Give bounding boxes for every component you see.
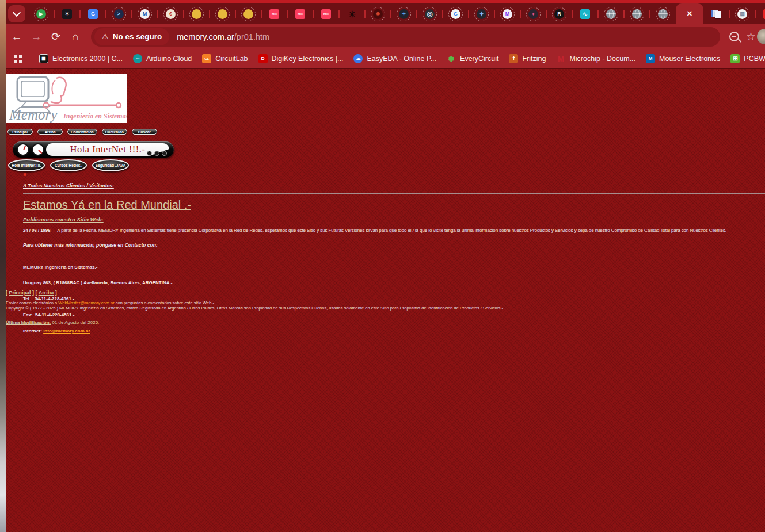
globe-2-favicon xyxy=(632,9,642,19)
tab-play[interactable]: ▶ xyxy=(28,3,54,24)
globe-3-favicon xyxy=(658,9,668,19)
tab-coin-3[interactable]: = xyxy=(235,3,261,24)
horizontal-rule xyxy=(23,193,765,194)
gauge-icon-1 xyxy=(17,143,29,156)
tab-doc-pages[interactable] xyxy=(703,3,729,24)
tab-youtube-partial[interactable]: ▶ xyxy=(755,3,765,24)
tab-m-blue[interactable]: M xyxy=(132,3,158,24)
tab-m-purple[interactable]: M xyxy=(494,3,520,24)
tab-gemini[interactable]: ✦ xyxy=(469,3,494,24)
tab-code[interactable]: > xyxy=(106,3,132,24)
copyright-line: Copyright © ( 1977 - 2025 ) MEMORY Ingen… xyxy=(6,306,503,311)
last-modified-line: Última Modificación: 01 de Agosto del 20… xyxy=(6,320,101,325)
tab-coin-1[interactable]: = xyxy=(184,3,210,24)
contact-email-link[interactable]: Info@memory.com.ar xyxy=(43,328,90,334)
contact-line-address: Uruguay 863, ( B1868BAC ) Avellaneda, Bu… xyxy=(23,280,172,285)
contact-line-fax: Fax: 54-11-4-228-4561.- xyxy=(23,312,172,317)
section-button-hola-internet[interactable]: Hola InterNet !!!. xyxy=(8,159,45,171)
page-headline: Estamos Yá en la Red Mundial .- xyxy=(23,198,191,212)
nav-button-principal[interactable]: Principal xyxy=(7,129,33,135)
section-button-cursos-redes[interactable]: Cursos Redes.. xyxy=(50,159,87,171)
nav-button-buscar[interactable]: Buscar xyxy=(132,129,157,135)
security-chip-label: No es seguro xyxy=(113,32,162,41)
gemini-favicon: ✦ xyxy=(477,9,486,19)
apps-grid-icon[interactable] xyxy=(14,55,22,63)
bookmark-microchip[interactable]: MMicrochip - Docum... xyxy=(556,54,635,63)
desktop-wallpaper-strip xyxy=(0,0,6,532)
tab-search-button[interactable] xyxy=(8,5,25,22)
bookmark-arduino-cloud[interactable]: ∞Arduino Cloud xyxy=(133,54,192,63)
tab-mio-2[interactable]: mío xyxy=(287,3,313,24)
tab-mio-1[interactable]: mío xyxy=(261,3,287,24)
tab-globe-3[interactable] xyxy=(650,3,676,24)
announcement-date: 24 / 06 / 1996 xyxy=(23,228,51,233)
webmaster-email-link[interactable]: WebMaster@memory.com.ar xyxy=(58,300,114,305)
nav-button-comentarios[interactable]: Comentarios xyxy=(67,129,97,135)
bookmark-easyeda[interactable]: ☁EasyEDA - Online P... xyxy=(353,54,436,63)
bracket: ] xyxy=(31,290,35,296)
browser-toolbar: ← → ⟳ ⌂ ⚠ No es seguro memory.com.ar/pr0… xyxy=(6,24,765,49)
doc-circle-favicon: ▤ xyxy=(737,9,747,19)
bookmark-label: Arduino Cloud xyxy=(146,55,192,63)
bookmark-label: EasyEDA - Online P... xyxy=(367,55,436,63)
tab-pulse[interactable]: ∿ xyxy=(572,3,598,24)
bookmark-pcbway[interactable]: ⊞PCBWay xyxy=(730,54,765,63)
code-favicon: > xyxy=(114,9,124,19)
reload-button[interactable]: ⟳ xyxy=(46,31,66,42)
bookmarks-list: ▦Electronics 2000 | C...∞Arduino CloudCL… xyxy=(39,54,765,63)
section-button-seguridad-java[interactable]: Seguridad .JAVA xyxy=(92,159,129,171)
coin-1-favicon: = xyxy=(192,9,201,19)
tab-globe-1[interactable] xyxy=(598,3,624,24)
tab-globe-2[interactable] xyxy=(624,3,650,24)
tab-google[interactable]: G xyxy=(443,3,469,24)
profile-avatar[interactable] xyxy=(757,29,765,44)
tab-badge[interactable]: € xyxy=(158,3,184,24)
tab-mio-3[interactable]: mío xyxy=(313,3,339,24)
address-bar[interactable]: ⚠ No es seguro memory.com.ar/pr01.htm xyxy=(91,27,720,47)
bookmark-label: CircuitLab xyxy=(215,55,248,63)
tab-target[interactable]: ◎ xyxy=(417,3,443,24)
bookmark-fritzing[interactable]: fFritzing xyxy=(509,54,546,63)
zoom-out-icon[interactable] xyxy=(729,32,739,41)
forward-button[interactable]: → xyxy=(26,31,46,42)
bookmark-mouser[interactable]: MMouser Electronics xyxy=(646,54,720,63)
logo-subtitle: Ingeniería en Sistemas xyxy=(63,112,127,120)
nav-button-contenido[interactable]: Contenido xyxy=(102,129,127,135)
contact-intro: Para obtener más información, póngase en… xyxy=(23,242,158,248)
flower-favicon: ✳ xyxy=(347,9,357,19)
bookmark-everycircuit[interactable]: ✽EveryCircuit xyxy=(447,54,498,63)
home-button[interactable]: ⌂ xyxy=(66,31,85,42)
tab-r-badge[interactable]: R xyxy=(546,3,572,24)
tab-flower[interactable]: ✳ xyxy=(339,3,365,24)
memory-logo-art: Memory Ingeniería en Sistemas xyxy=(6,74,127,123)
active-tab[interactable]: × xyxy=(676,3,703,24)
announcement-body: — A partir de la Fecha, MEMORY Ingenierí… xyxy=(51,228,728,233)
bookmark-star-icon[interactable]: ☆ xyxy=(746,31,756,42)
microchip-icon: M xyxy=(556,54,565,63)
bookmark-label: Microchip - Docum... xyxy=(569,55,635,63)
banner-dots-icon xyxy=(147,151,167,156)
r-badge-favicon: R xyxy=(554,9,564,19)
nav-button-arriba[interactable]: Arriba xyxy=(37,129,63,135)
bookmark-circuitlab[interactable]: CLCircuitLab xyxy=(202,54,248,63)
footer-link-arriba[interactable]: Arriba xyxy=(39,290,54,296)
security-chip[interactable]: ⚠ No es seguro xyxy=(94,28,169,45)
back-button[interactable]: ← xyxy=(7,31,26,42)
tab-pink-shape[interactable]: ♦ xyxy=(520,3,546,24)
easyeda-icon: ☁ xyxy=(353,54,363,63)
greeting-text: A Todos Nuestros Clientes / Visitantes: xyxy=(23,183,114,189)
tab-translate[interactable]: G xyxy=(80,3,106,24)
tab-starburst[interactable]: ✹ xyxy=(365,3,391,24)
tab-camera[interactable]: ✶ xyxy=(54,3,80,24)
electronics2000-icon: ▦ xyxy=(39,54,48,63)
banner-title: Hola InterNet !!!.- xyxy=(70,144,146,155)
tab-bird[interactable]: ✦ xyxy=(391,3,417,24)
tab-doc-circle[interactable]: ▤ xyxy=(729,3,755,24)
bookmark-label: Electronics 2000 | C... xyxy=(52,55,123,63)
announcement-paragraph: 24 / 06 / 1996 — A partir de la Fecha, M… xyxy=(23,228,753,233)
tab-coin-2[interactable]: = xyxy=(210,3,235,24)
bookmark-digikey[interactable]: DDigiKey Electronics |... xyxy=(258,54,344,63)
bookmark-electronics2000[interactable]: ▦Electronics 2000 | C... xyxy=(39,54,123,63)
footer-link-principal[interactable]: Principal xyxy=(9,290,31,296)
close-tab-icon[interactable]: × xyxy=(687,9,692,18)
